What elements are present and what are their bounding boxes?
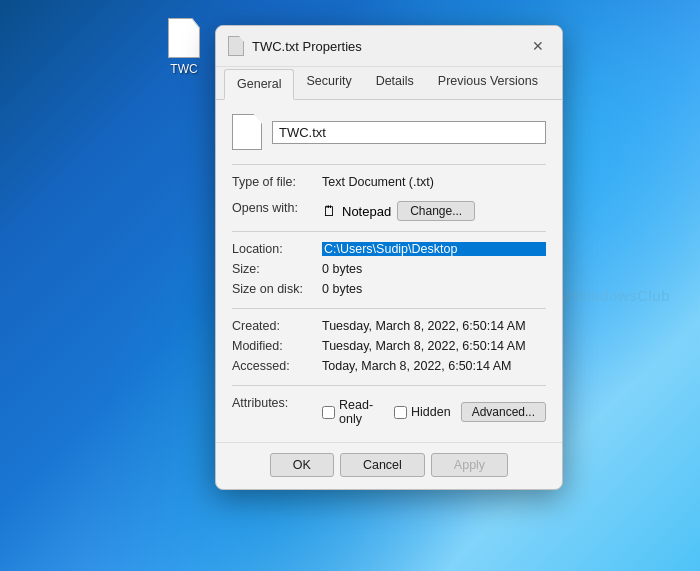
separator-3 [232, 308, 546, 309]
modified-label: Modified: [232, 339, 322, 353]
type-section: Type of file: Text Document (.txt) [232, 173, 546, 193]
modified-value: Tuesday, March 8, 2022, 6:50:14 AM [322, 339, 546, 353]
attributes-label: Attributes: [232, 396, 322, 410]
location-row: Location: C:\Users\Sudip\Desktop [232, 240, 546, 260]
dialog-title: TWC.txt Properties [252, 39, 362, 54]
readonly-checkbox[interactable] [322, 406, 335, 419]
tab-previous-versions[interactable]: Previous Versions [426, 67, 550, 100]
attributes-row: Attributes: Read-only Hidden Advanced... [232, 394, 546, 428]
dialog-content: Type of file: Text Document (.txt) Opens… [216, 100, 562, 442]
opens-label: Opens with: [232, 201, 322, 215]
size-on-disk-value: 0 bytes [322, 282, 546, 296]
size-value: 0 bytes [322, 262, 546, 276]
filename-input[interactable] [272, 121, 546, 144]
readonly-checkbox-label[interactable]: Read-only [322, 398, 384, 426]
attributes-controls: Read-only Hidden Advanced... [322, 398, 546, 426]
advanced-button[interactable]: Advanced... [461, 402, 546, 422]
title-bar-left: TWC.txt Properties [228, 36, 362, 56]
type-row: Type of file: Text Document (.txt) [232, 173, 546, 193]
size-on-disk-row: Size on disk: 0 bytes [232, 280, 546, 300]
apply-button[interactable]: Apply [431, 453, 508, 477]
hidden-label: Hidden [411, 405, 451, 419]
accessed-row: Accessed: Today, March 8, 2022, 6:50:14 … [232, 357, 546, 377]
location-label: Location: [232, 242, 322, 256]
title-bar-file-icon [228, 36, 244, 56]
notepad-icon: 🗒 [322, 203, 336, 219]
hidden-checkbox-label[interactable]: Hidden [394, 405, 451, 419]
ok-button[interactable]: OK [270, 453, 334, 477]
readonly-label: Read-only [339, 398, 384, 426]
type-value: Text Document (.txt) [322, 175, 546, 189]
change-button[interactable]: Change... [397, 201, 475, 221]
size-label: Size: [232, 262, 322, 276]
filename-row [232, 114, 546, 150]
opens-app: Notepad [342, 204, 391, 219]
properties-dialog: TWC.txt Properties ✕ General Security De… [215, 25, 563, 490]
separator-4 [232, 385, 546, 386]
close-button[interactable]: ✕ [526, 34, 550, 58]
created-label: Created: [232, 319, 322, 333]
tab-general[interactable]: General [224, 69, 294, 100]
opens-with-value: 🗒 Notepad Change... [322, 201, 475, 221]
tab-details[interactable]: Details [364, 67, 426, 100]
type-label: Type of file: [232, 175, 322, 189]
size-on-disk-label: Size on disk: [232, 282, 322, 296]
file-icon [168, 18, 200, 58]
accessed-label: Accessed: [232, 359, 322, 373]
separator-2 [232, 231, 546, 232]
location-value: C:\Users\Sudip\Desktop [322, 242, 546, 256]
separator-1 [232, 164, 546, 165]
size-row: Size: 0 bytes [232, 260, 546, 280]
dialog-footer: OK Cancel Apply [216, 442, 562, 489]
title-bar: TWC.txt Properties ✕ [216, 26, 562, 67]
hidden-checkbox[interactable] [394, 406, 407, 419]
tab-security[interactable]: Security [294, 67, 363, 100]
desktop-icon-label: TWC [170, 62, 197, 76]
created-value: Tuesday, March 8, 2022, 6:50:14 AM [322, 319, 546, 333]
desktop-icon[interactable]: TWC [168, 18, 200, 76]
created-row: Created: Tuesday, March 8, 2022, 6:50:14… [232, 317, 546, 337]
cancel-button[interactable]: Cancel [340, 453, 425, 477]
opens-with-row: Opens with: 🗒 Notepad Change... [232, 199, 546, 223]
tab-bar: General Security Details Previous Versio… [216, 67, 562, 100]
file-icon-large [232, 114, 262, 150]
accessed-value: Today, March 8, 2022, 6:50:14 AM [322, 359, 546, 373]
modified-row: Modified: Tuesday, March 8, 2022, 6:50:1… [232, 337, 546, 357]
